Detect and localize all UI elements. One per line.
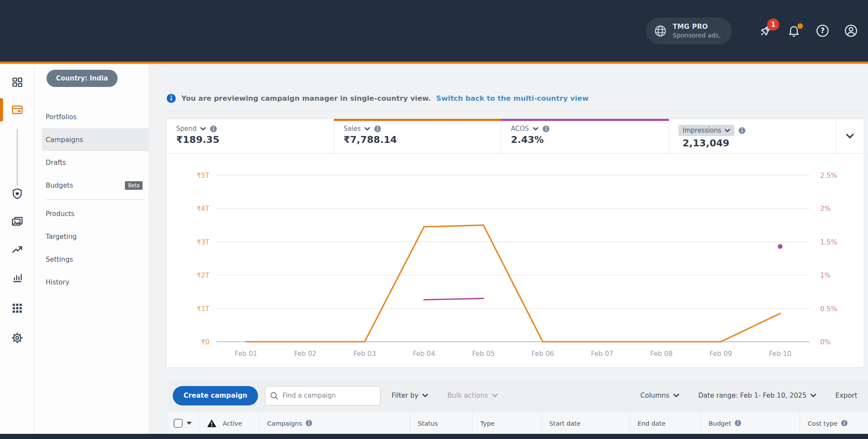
info-icon[interactable]: [210, 125, 217, 133]
multi-country-link[interactable]: Switch back to the multi-country view: [436, 94, 589, 102]
sales-accent-bar: [334, 119, 502, 121]
account-switcher[interactable]: TMG PRO Sponsored ads,: [646, 18, 732, 44]
launch-announcements-button[interactable]: 1: [759, 24, 772, 38]
column-header-campaigns[interactable]: Campaigns: [267, 420, 302, 427]
svg-text:₹0: ₹0: [201, 338, 209, 346]
svg-text:?: ?: [820, 26, 824, 35]
column-header-start-date[interactable]: Start date: [549, 420, 581, 427]
menu-divider: [46, 199, 144, 200]
column-header-end-date[interactable]: End date: [638, 420, 666, 427]
metric-card-sales[interactable]: Sales ₹7,788.14: [334, 119, 502, 153]
info-icon[interactable]: [738, 127, 746, 134]
top-bar: TMG PRO Sponsored ads, 1: [0, 0, 868, 64]
date-range-dropdown[interactable]: Date range: Feb 1- Feb 10, 2025: [698, 392, 816, 399]
sidebar-item-campaigns[interactable]: Campaigns: [42, 128, 149, 151]
brand-title: TMG PRO: [672, 23, 721, 31]
select-all-checkbox[interactable]: [174, 419, 183, 428]
impressions-selector[interactable]: Impressions: [678, 125, 735, 136]
person-circle-icon: [844, 24, 858, 37]
info-icon[interactable]: [305, 420, 313, 427]
filter-by-dropdown[interactable]: Filter by: [392, 392, 428, 399]
create-campaign-button[interactable]: Create campaign: [173, 386, 258, 405]
sidebar-item-history[interactable]: History: [42, 271, 149, 294]
reports-icon[interactable]: [11, 272, 23, 284]
question-icon: ?: [816, 24, 829, 37]
info-icon[interactable]: [542, 125, 550, 133]
svg-text:₹1T: ₹1T: [197, 305, 210, 313]
column-header-active[interactable]: Active: [223, 420, 242, 427]
brand-subtitle: Sponsored ads,: [672, 32, 721, 39]
svg-text:Feb 04: Feb 04: [413, 350, 435, 358]
info-icon[interactable]: [841, 420, 848, 427]
beta-badge: Beta: [125, 181, 143, 190]
campaigns-icon[interactable]: [11, 104, 23, 116]
sidebar-item-portfolios[interactable]: Portfolios: [42, 105, 149, 128]
single-country-banner: You are previewing campaign manager in s…: [166, 90, 864, 111]
metric-card-spend[interactable]: Spend ₹189.35: [167, 119, 334, 153]
info-icon[interactable]: [734, 420, 742, 427]
chevron-down-icon[interactable]: [533, 127, 538, 131]
banner-text: You are previewing campaign manager in s…: [181, 94, 431, 102]
creatives-icon[interactable]: [11, 216, 23, 228]
column-header-status[interactable]: Status: [418, 420, 438, 427]
sidebar-item-products[interactable]: Products: [42, 202, 149, 225]
apps-grid-icon[interactable]: [11, 302, 23, 314]
bell-alert-dot: [797, 23, 803, 29]
svg-text:Feb 10: Feb 10: [769, 350, 791, 358]
svg-text:2.5%: 2.5%: [820, 172, 837, 179]
account-button[interactable]: [844, 24, 858, 38]
sidebar-item-settings[interactable]: Settings: [42, 248, 149, 271]
acos-accent-bar: [501, 119, 669, 121]
insights-icon[interactable]: [11, 244, 23, 256]
column-header-type[interactable]: Type: [480, 420, 495, 427]
chevron-down-icon: [725, 129, 730, 133]
notifications-button[interactable]: [787, 24, 801, 38]
campaign-table-header: Active Campaigns Status Type Start date …: [168, 411, 868, 435]
metric-value: 2.43%: [511, 134, 669, 145]
bulk-actions-dropdown[interactable]: Bulk actions: [447, 392, 498, 399]
brand-protection-icon[interactable]: [11, 188, 23, 200]
svg-text:Feb 06: Feb 06: [532, 350, 554, 358]
chevron-down-icon[interactable]: [364, 127, 370, 131]
sidebar-item-drafts[interactable]: Drafts: [42, 151, 149, 174]
svg-text:Feb 09: Feb 09: [709, 350, 732, 358]
column-header-budget[interactable]: Budget: [709, 420, 731, 427]
info-icon[interactable]: [374, 125, 381, 133]
svg-text:Feb 02: Feb 02: [294, 350, 317, 358]
svg-text:Feb 08: Feb 08: [650, 350, 672, 358]
collapse-metrics-button[interactable]: [836, 119, 864, 153]
sidebar-item-budgets[interactable]: Budgets Beta: [42, 174, 149, 197]
columns-dropdown[interactable]: Columns: [640, 392, 679, 399]
globe-icon: [654, 25, 667, 37]
dashboard-icon[interactable]: [11, 76, 23, 88]
sidebar-item-targeting[interactable]: Targeting: [42, 225, 149, 248]
metric-label: Sales: [344, 125, 361, 133]
icon-rail: [0, 64, 34, 434]
performance-chart: ₹00%₹1T0.5%₹2T1%₹3T1.5%₹4T2%₹5T2.5%Feb 0…: [167, 154, 864, 367]
bottom-strip: [0, 434, 868, 439]
svg-text:₹2T: ₹2T: [197, 272, 210, 279]
metric-value: ₹189.35: [176, 134, 334, 145]
metric-label: ACOS: [511, 125, 529, 133]
chevron-down-icon: [673, 393, 679, 398]
column-header-cost-type[interactable]: Cost type: [808, 420, 837, 427]
svg-text:0.5%: 0.5%: [820, 305, 837, 313]
chevron-down-icon: [422, 393, 428, 398]
active-rail-indicator: [0, 98, 3, 121]
country-pill[interactable]: Country: India: [47, 70, 118, 87]
svg-text:2%: 2%: [820, 205, 831, 213]
chevron-down-icon[interactable]: [200, 127, 206, 131]
rail-divider: [17, 129, 18, 186]
metric-card-impressions[interactable]: Impressions 2,13,049: [669, 119, 837, 153]
export-button[interactable]: Export: [835, 392, 857, 399]
search-input[interactable]: [265, 386, 380, 405]
help-button[interactable]: ?: [815, 24, 829, 38]
search-icon: [270, 391, 279, 400]
info-icon: [166, 93, 176, 103]
metric-card-acos[interactable]: ACOS 2.43%: [501, 119, 669, 153]
svg-text:Feb 03: Feb 03: [353, 350, 376, 358]
svg-text:₹4T: ₹4T: [197, 205, 210, 213]
settings-gear-icon[interactable]: [11, 332, 23, 344]
metrics-panel: Spend ₹189.35 Sales ₹7,788.14: [166, 119, 864, 368]
select-menu-caret[interactable]: [187, 422, 192, 425]
